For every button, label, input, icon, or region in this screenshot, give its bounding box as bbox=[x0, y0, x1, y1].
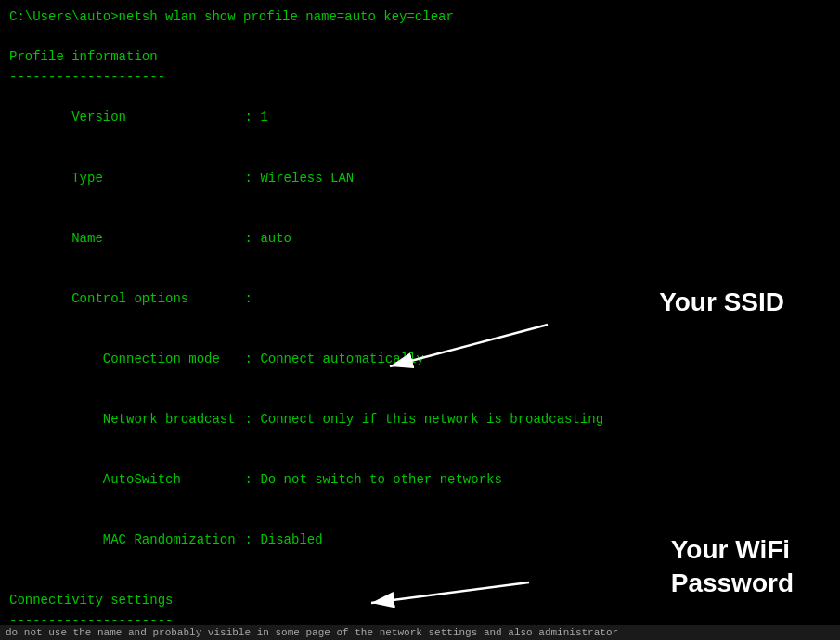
control-options-line: Control options: bbox=[9, 269, 831, 329]
bottom-bar: do not use the name and probably visible… bbox=[0, 625, 840, 640]
version-line: Version: 1 bbox=[9, 88, 831, 148]
type-line: Type: Wireless LAN bbox=[9, 148, 831, 209]
name-line: Name: auto bbox=[9, 209, 831, 269]
network-broadcast-line: Network broadcast: Connect only if this … bbox=[9, 390, 831, 450]
name-key: Name bbox=[41, 229, 245, 250]
mac-randomization-key: MAC Randomization bbox=[41, 531, 245, 551]
autoswitch-line: AutoSwitch: Do not switch to other netwo… bbox=[9, 450, 831, 510]
control-options-val: : bbox=[245, 291, 252, 306]
connection-mode-line: Connection mode: Connect automatically bbox=[9, 329, 831, 390]
profile-info-header: Profile information bbox=[9, 47, 831, 68]
connection-mode-val: : Connect automatically bbox=[245, 352, 424, 366]
type-val: : Wireless LAN bbox=[245, 171, 355, 186]
mac-randomization-val: : Disabled bbox=[245, 532, 323, 547]
network-broadcast-val: : Connect only if this network is broadc… bbox=[245, 412, 603, 427]
blank-line-1 bbox=[9, 570, 831, 591]
connection-mode-key: Connection mode bbox=[41, 350, 245, 370]
autoswitch-val: : Do not switch to other networks bbox=[245, 472, 502, 487]
mac-randomization-line: MAC Randomization: Disabled bbox=[9, 510, 831, 570]
version-val: : 1 bbox=[245, 109, 268, 124]
profile-divider: -------------------- bbox=[9, 68, 831, 88]
type-key: Type bbox=[41, 169, 245, 189]
network-broadcast-key: Network broadcast bbox=[41, 410, 245, 430]
autoswitch-key: AutoSwitch bbox=[41, 470, 245, 491]
name-val: : auto bbox=[245, 231, 291, 246]
version-key: Version bbox=[41, 108, 245, 128]
terminal-window: C:\Users\auto>netsh wlan show profile na… bbox=[0, 0, 840, 640]
connectivity-header: Connectivity settings bbox=[9, 591, 831, 611]
control-options-key: Control options bbox=[41, 289, 245, 310]
blank-line-0 bbox=[9, 28, 831, 48]
command-line: C:\Users\auto>netsh wlan show profile na… bbox=[9, 7, 831, 28]
